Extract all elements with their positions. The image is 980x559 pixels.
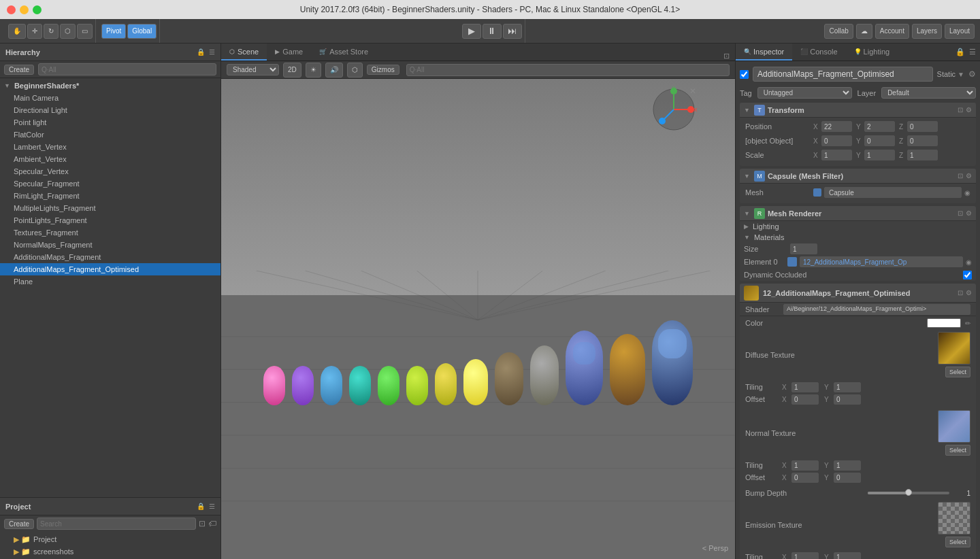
collab-button[interactable]: Collab [824, 24, 853, 39]
play-button[interactable]: ▶ [462, 24, 481, 39]
list-item[interactable]: Textures_Fragment [0, 226, 220, 239]
emission-select-button[interactable]: Select [945, 537, 970, 547]
mesh-filter-header[interactable]: ▼ M Capsule (Mesh Filter) ⊡ ⚙ [740, 169, 976, 184]
scale-x-input[interactable] [821, 150, 852, 160]
list-item[interactable]: PointLights_Fragment [0, 214, 220, 226]
hierarchy-menu-icon[interactable]: ☰ [209, 48, 215, 56]
emission-tiling-y-input[interactable] [834, 552, 861, 560]
list-item[interactable]: Ambient_Vertex [0, 153, 220, 165]
rotation-x-input[interactable] [821, 135, 852, 146]
position-x-input[interactable] [821, 121, 852, 132]
project-search-input[interactable] [37, 518, 196, 530]
transform-copy-icon[interactable]: ⊡ [958, 106, 963, 114]
tab-scene[interactable]: ⬡ Scene [221, 44, 267, 61]
size-input[interactable] [790, 243, 817, 254]
normal-texture-preview[interactable] [938, 410, 970, 443]
normal-offset-x-input[interactable] [791, 473, 819, 483]
tab-game[interactable]: ▶ Game [267, 44, 311, 61]
project-menu-icon[interactable]: ☰ [209, 503, 215, 510]
object-name-input[interactable] [753, 67, 933, 82]
rotate-tool[interactable]: ↻ [44, 24, 59, 39]
project-lock-icon[interactable]: 🔒 [197, 503, 205, 510]
project-item-screenshots[interactable]: ▶ 📁 screenshots [0, 545, 220, 558]
lighting-subsection-header[interactable]: ▶ Lighting [740, 221, 976, 232]
inspector-menu-icon[interactable]: ☰ [969, 48, 976, 56]
hierarchy-root-item[interactable]: ▼ BeginnerShaders* [0, 80, 220, 92]
mesh-renderer-copy-icon[interactable]: ⊡ [958, 209, 963, 217]
step-button[interactable]: ⏭ [503, 24, 522, 39]
viewport-expand-icon[interactable]: ⊡ [718, 52, 735, 61]
global-button[interactable]: Global [127, 24, 157, 39]
normal-select-button[interactable]: Select [945, 445, 970, 456]
audio-toggle[interactable]: 🔊 [325, 63, 343, 78]
tag-select[interactable]: Untagged [757, 87, 852, 99]
close-button[interactable] [7, 5, 16, 14]
move-tool[interactable]: ✛ [27, 24, 42, 39]
diffuse-offset-x-input[interactable] [791, 394, 819, 405]
layer-select[interactable]: Default [881, 87, 976, 99]
mesh-renderer-header[interactable]: ▼ R Mesh Renderer ⊡ ⚙ [740, 206, 976, 221]
list-item[interactable]: Specular_Fragment [0, 177, 220, 190]
material-menu-icon[interactable]: ⚙ [966, 289, 972, 297]
list-item[interactable]: FlatColor [0, 129, 220, 141]
diffuse-tiling-y-input[interactable] [834, 382, 861, 392]
mesh-renderer-menu-icon[interactable]: ⚙ [966, 209, 972, 217]
color-swatch[interactable] [927, 318, 961, 328]
normal-tiling-x-input[interactable] [791, 460, 819, 471]
emission-tiling-x-input[interactable] [791, 552, 819, 560]
pause-button[interactable]: ⏸ [483, 24, 502, 39]
object-active-checkbox[interactable] [740, 70, 749, 79]
mesh-filter-menu-icon[interactable]: ⚙ [966, 172, 972, 180]
list-item[interactable]: Point light [0, 116, 220, 129]
list-item[interactable]: AdditionalMaps_Fragment [0, 251, 220, 263]
viewport-search-input[interactable] [406, 64, 730, 76]
position-y-input[interactable] [864, 121, 895, 132]
scale-y-input[interactable] [864, 150, 895, 160]
shading-mode-select[interactable]: Shaded Wireframe [227, 64, 279, 75]
scale-tool[interactable]: ⬡ [60, 24, 76, 39]
cloud-button[interactable]: ☁ [856, 24, 872, 39]
transform-menu-icon[interactable]: ⚙ [966, 106, 972, 114]
rotation-z-input[interactable] [907, 135, 938, 146]
mesh-select-icon[interactable]: ◉ [964, 189, 970, 197]
list-item[interactable]: NormalMaps_Fragment [0, 239, 220, 251]
color-edit-icon[interactable]: ✏ [965, 320, 970, 327]
hierarchy-search-input[interactable] [38, 63, 216, 75]
rect-tool[interactable]: ▭ [77, 24, 93, 39]
normal-offset-y-input[interactable] [834, 473, 861, 483]
normal-tiling-y-input[interactable] [834, 460, 861, 471]
minimize-button[interactable] [20, 5, 29, 14]
rotation-y-input[interactable] [864, 135, 895, 146]
static-dropdown-icon[interactable]: ▼ [958, 71, 964, 78]
element-select-icon[interactable]: ◉ [966, 258, 972, 266]
inspector-lock-icon[interactable]: 🔒 [956, 48, 965, 56]
material-copy-icon[interactable]: ⊡ [958, 289, 963, 297]
2d-toggle[interactable]: 2D [283, 63, 301, 78]
project-item-project[interactable]: ▶ 📁 Project [0, 533, 220, 545]
tab-inspector[interactable]: 🔍 Inspector [736, 44, 792, 61]
layers-button[interactable]: Layers [912, 24, 942, 39]
project-create-button[interactable]: Create [4, 519, 34, 529]
project-tool2-icon[interactable]: 🏷 [208, 519, 216, 528]
layout-button[interactable]: Layout [945, 24, 975, 39]
pivot-button[interactable]: Pivot [101, 24, 126, 39]
effects-toggle[interactable]: ⬡ [347, 63, 363, 78]
project-tool1-icon[interactable]: ⊡ [199, 519, 206, 528]
hand-tool[interactable]: ✋ [8, 24, 26, 39]
hierarchy-create-button[interactable]: Create [4, 65, 34, 75]
maximize-button[interactable] [33, 5, 42, 14]
viewport-canvas[interactable]: Y X ✕ < Persp [221, 79, 735, 559]
mesh-filter-copy-icon[interactable]: ⊡ [958, 172, 963, 180]
position-z-input[interactable] [907, 121, 938, 132]
list-item[interactable]: MultipleLights_Fragment [0, 202, 220, 214]
materials-subsection-header[interactable]: ▼ Materials [740, 232, 976, 243]
diffuse-texture-preview[interactable] [938, 332, 970, 365]
tab-console[interactable]: ⬛ Console [792, 44, 845, 61]
list-item[interactable]: Lambert_Vertex [0, 141, 220, 153]
scale-z-input[interactable] [907, 150, 938, 160]
gizmo-widget[interactable]: Y X ✕ [650, 86, 698, 133]
dynamic-occluded-checkbox[interactable] [963, 271, 972, 280]
list-item[interactable]: Directional Light [0, 104, 220, 116]
bump-depth-thumb[interactable] [905, 489, 912, 496]
gizmos-button[interactable]: Gizmos [367, 65, 399, 75]
